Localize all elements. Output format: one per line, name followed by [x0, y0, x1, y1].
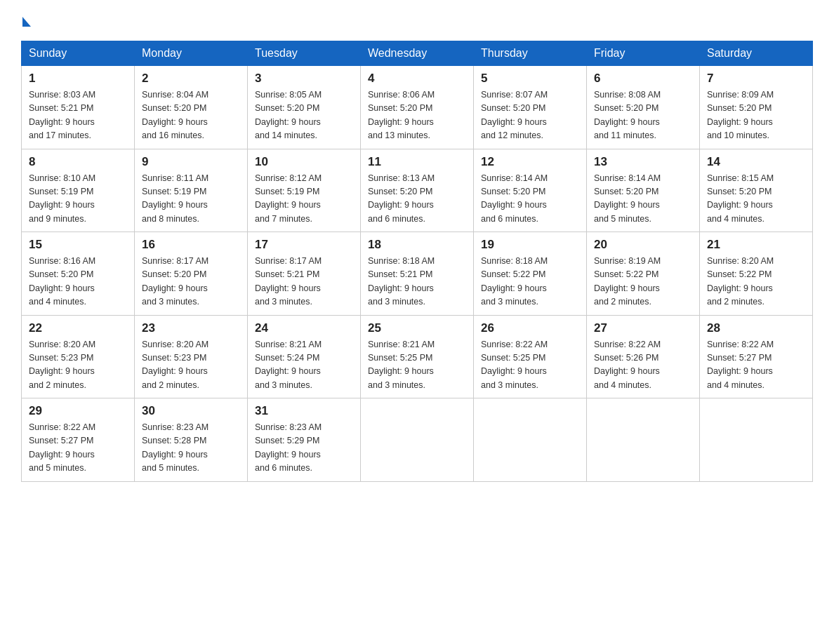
calendar-cell: 10Sunrise: 8:12 AMSunset: 5:19 PMDayligh…	[248, 149, 361, 232]
weekday-header-thursday: Thursday	[474, 41, 587, 66]
calendar-cell: 14Sunrise: 8:15 AMSunset: 5:20 PMDayligh…	[700, 149, 813, 232]
calendar-cell: 4Sunrise: 8:06 AMSunset: 5:20 PMDaylight…	[361, 66, 474, 149]
day-info: Sunrise: 8:13 AMSunset: 5:20 PMDaylight:…	[368, 172, 466, 227]
day-info: Sunrise: 8:20 AMSunset: 5:23 PMDaylight:…	[29, 338, 127, 393]
calendar-cell: 21Sunrise: 8:20 AMSunset: 5:22 PMDayligh…	[700, 232, 813, 316]
day-info: Sunrise: 8:18 AMSunset: 5:21 PMDaylight:…	[368, 255, 466, 309]
calendar-cell: 29Sunrise: 8:22 AMSunset: 5:27 PMDayligh…	[22, 398, 135, 482]
calendar-cell: 6Sunrise: 8:08 AMSunset: 5:20 PMDaylight…	[587, 66, 700, 149]
day-info: Sunrise: 8:22 AMSunset: 5:27 PMDaylight:…	[29, 421, 127, 476]
day-number: 14	[707, 155, 805, 169]
day-info: Sunrise: 8:14 AMSunset: 5:20 PMDaylight:…	[594, 172, 692, 227]
day-number: 15	[29, 238, 127, 252]
calendar-cell	[474, 398, 587, 482]
day-number: 7	[707, 72, 805, 86]
day-number: 11	[368, 155, 466, 169]
calendar-cell: 17Sunrise: 8:17 AMSunset: 5:21 PMDayligh…	[248, 232, 361, 316]
day-info: Sunrise: 8:11 AMSunset: 5:19 PMDaylight:…	[142, 172, 240, 227]
calendar-table: SundayMondayTuesdayWednesdayThursdayFrid…	[21, 41, 813, 482]
weekday-header-friday: Friday	[587, 41, 700, 66]
day-number: 21	[707, 238, 805, 252]
day-number: 1	[29, 72, 127, 86]
day-info: Sunrise: 8:07 AMSunset: 5:20 PMDaylight:…	[481, 88, 579, 143]
day-info: Sunrise: 8:19 AMSunset: 5:22 PMDaylight:…	[594, 255, 692, 309]
day-info: Sunrise: 8:17 AMSunset: 5:20 PMDaylight:…	[142, 255, 240, 309]
day-number: 23	[142, 321, 240, 335]
logo	[21, 14, 31, 27]
day-info: Sunrise: 8:21 AMSunset: 5:25 PMDaylight:…	[368, 338, 466, 393]
day-info: Sunrise: 8:08 AMSunset: 5:20 PMDaylight:…	[594, 88, 692, 143]
calendar-cell: 19Sunrise: 8:18 AMSunset: 5:22 PMDayligh…	[474, 232, 587, 316]
page-header	[21, 14, 813, 27]
day-info: Sunrise: 8:03 AMSunset: 5:21 PMDaylight:…	[29, 88, 127, 143]
day-info: Sunrise: 8:06 AMSunset: 5:20 PMDaylight:…	[368, 88, 466, 143]
day-number: 12	[481, 155, 579, 169]
day-number: 5	[481, 72, 579, 86]
calendar-week-row: 8Sunrise: 8:10 AMSunset: 5:19 PMDaylight…	[22, 149, 813, 232]
calendar-cell: 1Sunrise: 8:03 AMSunset: 5:21 PMDaylight…	[22, 66, 135, 149]
day-number: 13	[594, 155, 692, 169]
day-info: Sunrise: 8:04 AMSunset: 5:20 PMDaylight:…	[142, 88, 240, 143]
calendar-cell: 18Sunrise: 8:18 AMSunset: 5:21 PMDayligh…	[361, 232, 474, 316]
day-number: 3	[255, 72, 353, 86]
calendar-cell: 22Sunrise: 8:20 AMSunset: 5:23 PMDayligh…	[22, 315, 135, 398]
calendar-cell: 15Sunrise: 8:16 AMSunset: 5:20 PMDayligh…	[22, 232, 135, 316]
day-number: 25	[368, 321, 466, 335]
calendar-cell: 5Sunrise: 8:07 AMSunset: 5:20 PMDaylight…	[474, 66, 587, 149]
day-number: 19	[481, 238, 579, 252]
calendar-cell: 31Sunrise: 8:23 AMSunset: 5:29 PMDayligh…	[248, 398, 361, 482]
day-number: 30	[142, 404, 240, 418]
day-info: Sunrise: 8:20 AMSunset: 5:23 PMDaylight:…	[142, 338, 240, 393]
day-number: 9	[142, 155, 240, 169]
day-number: 2	[142, 72, 240, 86]
calendar-cell: 8Sunrise: 8:10 AMSunset: 5:19 PMDaylight…	[22, 149, 135, 232]
day-info: Sunrise: 8:14 AMSunset: 5:20 PMDaylight:…	[481, 172, 579, 227]
calendar-cell	[587, 398, 700, 482]
weekday-header-saturday: Saturday	[700, 41, 813, 66]
day-info: Sunrise: 8:09 AMSunset: 5:20 PMDaylight:…	[707, 88, 805, 143]
day-number: 26	[481, 321, 579, 335]
day-info: Sunrise: 8:22 AMSunset: 5:26 PMDaylight:…	[594, 338, 692, 393]
day-number: 24	[255, 321, 353, 335]
calendar-cell: 2Sunrise: 8:04 AMSunset: 5:20 PMDaylight…	[135, 66, 248, 149]
day-info: Sunrise: 8:17 AMSunset: 5:21 PMDaylight:…	[255, 255, 353, 309]
day-info: Sunrise: 8:16 AMSunset: 5:20 PMDaylight:…	[29, 255, 127, 309]
weekday-header-tuesday: Tuesday	[248, 41, 361, 66]
weekday-header-monday: Monday	[135, 41, 248, 66]
calendar-cell: 9Sunrise: 8:11 AMSunset: 5:19 PMDaylight…	[135, 149, 248, 232]
day-info: Sunrise: 8:22 AMSunset: 5:25 PMDaylight:…	[481, 338, 579, 393]
day-number: 17	[255, 238, 353, 252]
calendar-header: SundayMondayTuesdayWednesdayThursdayFrid…	[22, 41, 813, 66]
calendar-cell: 7Sunrise: 8:09 AMSunset: 5:20 PMDaylight…	[700, 66, 813, 149]
calendar-cell: 11Sunrise: 8:13 AMSunset: 5:20 PMDayligh…	[361, 149, 474, 232]
calendar-cell: 27Sunrise: 8:22 AMSunset: 5:26 PMDayligh…	[587, 315, 700, 398]
day-number: 31	[255, 404, 353, 418]
day-number: 29	[29, 404, 127, 418]
calendar-cell: 12Sunrise: 8:14 AMSunset: 5:20 PMDayligh…	[474, 149, 587, 232]
weekday-header-sunday: Sunday	[22, 41, 135, 66]
day-number: 18	[368, 238, 466, 252]
day-number: 6	[594, 72, 692, 86]
day-info: Sunrise: 8:15 AMSunset: 5:20 PMDaylight:…	[707, 172, 805, 227]
day-info: Sunrise: 8:22 AMSunset: 5:27 PMDaylight:…	[707, 338, 805, 393]
weekday-header-wednesday: Wednesday	[361, 41, 474, 66]
calendar-cell: 24Sunrise: 8:21 AMSunset: 5:24 PMDayligh…	[248, 315, 361, 398]
day-number: 27	[594, 321, 692, 335]
calendar-week-row: 29Sunrise: 8:22 AMSunset: 5:27 PMDayligh…	[22, 398, 813, 482]
day-info: Sunrise: 8:20 AMSunset: 5:22 PMDaylight:…	[707, 255, 805, 309]
day-info: Sunrise: 8:21 AMSunset: 5:24 PMDaylight:…	[255, 338, 353, 393]
calendar-week-row: 15Sunrise: 8:16 AMSunset: 5:20 PMDayligh…	[22, 232, 813, 316]
day-info: Sunrise: 8:18 AMSunset: 5:22 PMDaylight:…	[481, 255, 579, 309]
calendar-cell: 30Sunrise: 8:23 AMSunset: 5:28 PMDayligh…	[135, 398, 248, 482]
day-info: Sunrise: 8:12 AMSunset: 5:19 PMDaylight:…	[255, 172, 353, 227]
day-number: 10	[255, 155, 353, 169]
calendar-cell	[361, 398, 474, 482]
calendar-week-row: 1Sunrise: 8:03 AMSunset: 5:21 PMDaylight…	[22, 66, 813, 149]
calendar-cell: 20Sunrise: 8:19 AMSunset: 5:22 PMDayligh…	[587, 232, 700, 316]
calendar-cell: 23Sunrise: 8:20 AMSunset: 5:23 PMDayligh…	[135, 315, 248, 398]
day-info: Sunrise: 8:23 AMSunset: 5:28 PMDaylight:…	[142, 421, 240, 476]
calendar-cell: 28Sunrise: 8:22 AMSunset: 5:27 PMDayligh…	[700, 315, 813, 398]
day-info: Sunrise: 8:05 AMSunset: 5:20 PMDaylight:…	[255, 88, 353, 143]
calendar-cell: 16Sunrise: 8:17 AMSunset: 5:20 PMDayligh…	[135, 232, 248, 316]
day-number: 22	[29, 321, 127, 335]
